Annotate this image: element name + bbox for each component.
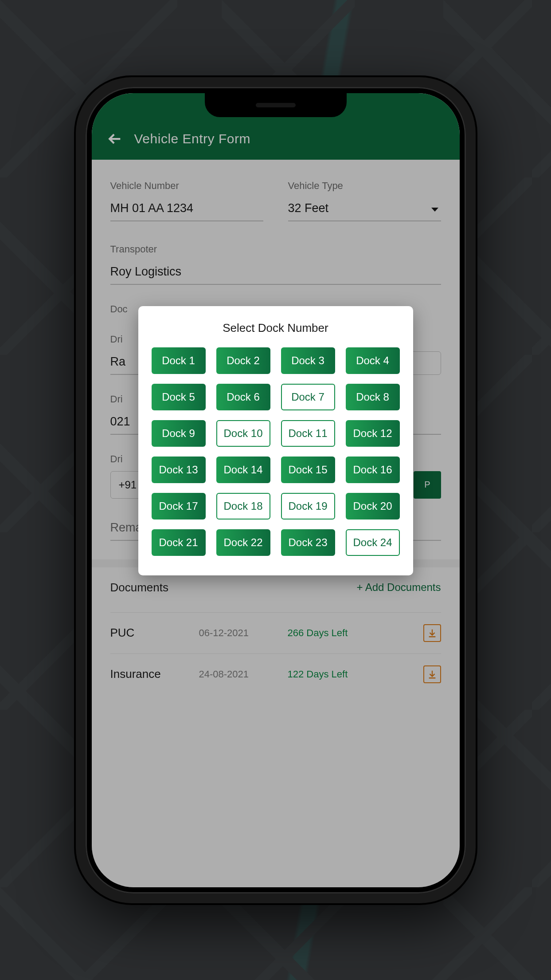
dock-option-button[interactable]: Dock 18	[216, 493, 270, 520]
dock-option-button[interactable]: Dock 17	[152, 493, 206, 520]
dock-option-button[interactable]: Dock 3	[281, 347, 335, 374]
dock-option-button[interactable]: Dock 2	[216, 347, 270, 374]
dock-option-button[interactable]: Dock 11	[281, 420, 335, 447]
dock-option-button[interactable]: Dock 5	[152, 384, 206, 410]
dock-option-button[interactable]: Dock 24	[346, 529, 400, 556]
dock-option-button[interactable]: Dock 23	[281, 529, 335, 556]
dock-option-button[interactable]: Dock 14	[216, 457, 270, 483]
dock-option-button[interactable]: Dock 6	[216, 384, 270, 410]
dock-option-button[interactable]: Dock 13	[152, 457, 206, 483]
dock-option-button[interactable]: Dock 12	[346, 420, 400, 447]
phone-frame: Vehicle Entry Form Vehicle Number MH 01 …	[74, 75, 477, 905]
modal-title: Select Dock Number	[152, 321, 400, 335]
dock-option-button[interactable]: Dock 15	[281, 457, 335, 483]
dock-option-button[interactable]: Dock 9	[152, 420, 206, 447]
dock-option-button[interactable]: Dock 4	[346, 347, 400, 374]
dock-option-button[interactable]: Dock 19	[281, 493, 335, 520]
dock-option-button[interactable]: Dock 7	[281, 384, 335, 410]
phone-bezel: Vehicle Entry Form Vehicle Number MH 01 …	[86, 87, 466, 893]
dock-option-button[interactable]: Dock 1	[152, 347, 206, 374]
select-dock-modal: Select Dock Number Dock 1Dock 2Dock 3Doc…	[138, 306, 413, 575]
phone-screen: Vehicle Entry Form Vehicle Number MH 01 …	[92, 93, 460, 887]
dock-option-button[interactable]: Dock 16	[346, 457, 400, 483]
dock-option-button[interactable]: Dock 22	[216, 529, 270, 556]
dock-option-button[interactable]: Dock 20	[346, 493, 400, 520]
dock-option-button[interactable]: Dock 8	[346, 384, 400, 410]
dock-option-button[interactable]: Dock 21	[152, 529, 206, 556]
dock-option-button[interactable]: Dock 10	[216, 420, 270, 447]
dock-grid: Dock 1Dock 2Dock 3Dock 4Dock 5Dock 6Dock…	[152, 347, 400, 556]
